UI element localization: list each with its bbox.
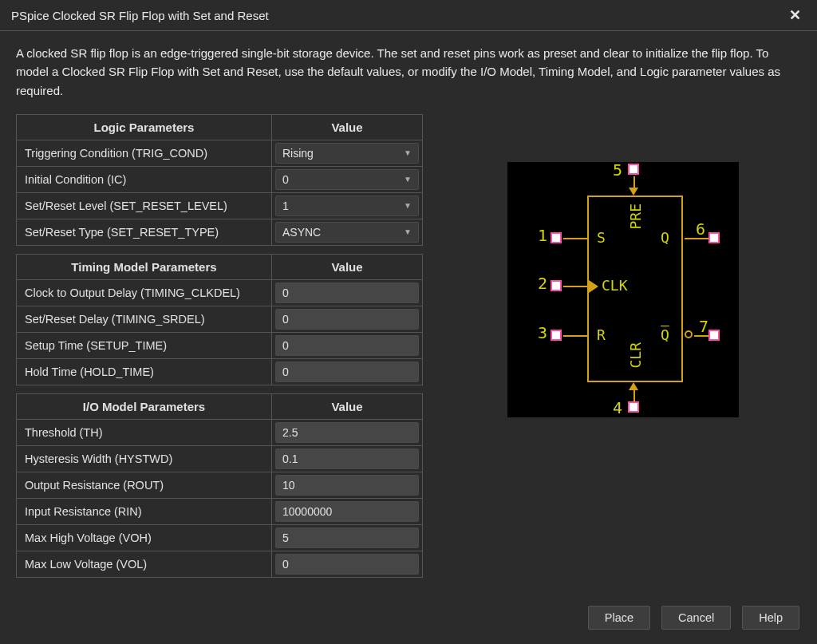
q-label: Q — [661, 229, 669, 246]
qbar-label: Q — [661, 326, 669, 343]
hystwd-label: Hysteresis Width (HYSTWD) — [17, 445, 272, 472]
pin-2-lead — [563, 286, 587, 287]
schematic-diagram: 5 PRE 4 CLR 1 S 2 CLK 3 R — [507, 162, 739, 417]
pin-1-number: 1 — [538, 226, 547, 245]
description-text: A clocked SR flip flop is an edge-trigge… — [0, 31, 817, 114]
s-label: S — [597, 229, 606, 246]
pin-6-terminal — [708, 232, 720, 243]
chevron-down-icon: ▼ — [404, 227, 412, 236]
pre-label: PRE — [627, 203, 644, 230]
clr-label: CLR — [627, 342, 644, 369]
chevron-down-icon: ▼ — [404, 148, 412, 157]
clock-edge-icon — [589, 280, 598, 293]
set-reset-type-select[interactable]: ASYNC▼ — [275, 222, 419, 243]
pin-2-number: 2 — [538, 274, 547, 293]
parameters-column: Logic Parameters Value Triggering Condit… — [16, 114, 423, 586]
timing-header-param: Timing Model Parameters — [17, 254, 272, 279]
pin-6-number: 6 — [696, 219, 705, 239]
srdel-input[interactable] — [275, 309, 419, 330]
set-reset-level-select[interactable]: 1▼ — [275, 196, 419, 216]
pin-4-lead — [633, 389, 635, 401]
logic-header-param: Logic Parameters — [17, 114, 272, 140]
close-icon[interactable]: ✕ — [784, 6, 806, 24]
pin-7-terminal — [708, 330, 720, 341]
pin-5-terminal — [628, 164, 639, 175]
io-header-param: I/O Model Parameters — [17, 393, 272, 419]
pin-3-lead — [563, 335, 587, 337]
help-button[interactable]: Help — [742, 606, 799, 630]
cancel-button[interactable]: Cancel — [661, 606, 731, 630]
pin-5-arrow-icon — [629, 188, 638, 196]
dialog-title: PSpice Clocked SR Flip Flop with Set and… — [11, 9, 269, 22]
pin-6-lead — [685, 238, 708, 239]
clk-label: CLK — [602, 277, 628, 294]
vol-label: Max Low Voltage (VOL) — [17, 551, 272, 577]
clkdel-input[interactable] — [275, 282, 419, 303]
setup-time-label: Setup Time (SETUP_TIME) — [17, 332, 272, 358]
pin-2-terminal — [551, 280, 562, 291]
rout-input[interactable] — [275, 475, 419, 496]
pin-4-arrow-icon — [629, 382, 638, 390]
chevron-down-icon: ▼ — [404, 201, 412, 210]
clkdel-label: Clock to Output Delay (TIMING_CLKDEL) — [17, 279, 272, 306]
th-input[interactable] — [275, 422, 419, 443]
io-params-table: I/O Model Parameters Value Threshold (TH… — [16, 393, 423, 578]
voh-input[interactable] — [275, 527, 419, 548]
pin-3-number: 3 — [538, 323, 547, 342]
voh-label: Max High Voltage (VOH) — [17, 524, 272, 551]
vol-input[interactable] — [275, 554, 419, 575]
hystwd-input[interactable] — [275, 448, 419, 469]
pin-3-terminal — [551, 330, 562, 341]
rin-label: Input Resistance (RIN) — [17, 498, 272, 524]
pin-4-terminal — [628, 401, 639, 413]
set-reset-level-label: Set/Reset Level (SET_RESET_LEVEL) — [17, 192, 272, 219]
srdel-label: Set/Reset Delay (TIMING_SRDEL) — [17, 306, 272, 332]
pin-1-terminal — [551, 232, 562, 243]
logic-params-table: Logic Parameters Value Triggering Condit… — [16, 114, 423, 246]
trig-cond-select[interactable]: Rising▼ — [275, 143, 419, 164]
logic-header-value: Value — [272, 114, 423, 140]
timing-header-value: Value — [272, 254, 423, 279]
set-reset-type-label: Set/Reset Type (SET_RESET_TYPE) — [17, 219, 272, 245]
io-header-value: Value — [272, 393, 423, 419]
place-button[interactable]: Place — [588, 606, 650, 630]
ic-label: Initial Condition (IC) — [17, 166, 272, 192]
dialog-buttons: Place Cancel Help — [588, 606, 799, 630]
pin-7-lead — [694, 335, 708, 337]
rin-input[interactable] — [275, 501, 419, 522]
timing-params-table: Timing Model Parameters Value Clock to O… — [16, 254, 423, 385]
th-label: Threshold (TH) — [17, 419, 272, 445]
titlebar: PSpice Clocked SR Flip Flop with Set and… — [0, 0, 817, 30]
chevron-down-icon: ▼ — [404, 175, 412, 184]
trig-cond-label: Triggering Condition (TRIG_COND) — [17, 140, 272, 166]
pin-1-lead — [563, 238, 587, 239]
pin-7-number: 7 — [699, 317, 708, 336]
inverter-bubble-icon — [685, 330, 693, 338]
pin-5-number: 5 — [613, 160, 622, 180]
rout-label: Output Resistance (ROUT) — [17, 472, 272, 498]
hold-time-label: Hold Time (HOLD_TIME) — [17, 358, 272, 385]
hold-time-input[interactable] — [275, 362, 419, 382]
setup-time-input[interactable] — [275, 335, 419, 356]
pin-4-number: 4 — [613, 398, 622, 417]
r-label: R — [597, 326, 606, 343]
ic-select[interactable]: 0▼ — [275, 169, 419, 190]
